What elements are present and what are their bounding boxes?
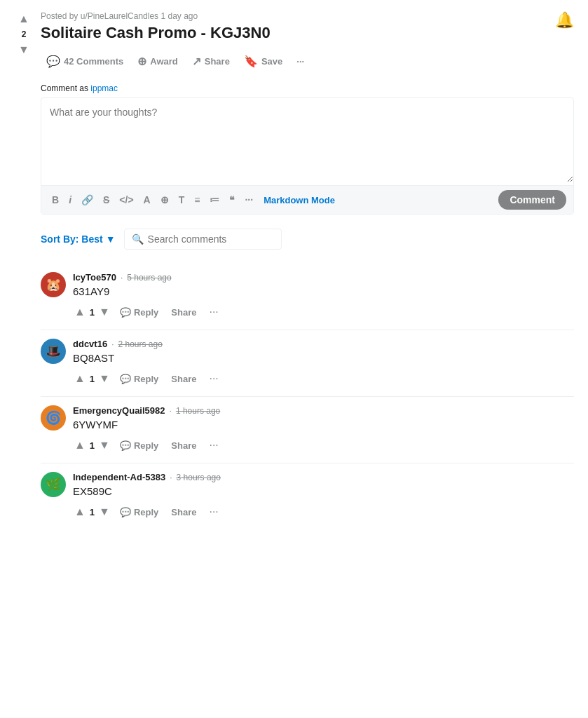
toolbar-list-unordered[interactable]: ≡: [191, 192, 203, 208]
comment-downvote-button[interactable]: ▼: [97, 304, 111, 320]
more-button[interactable]: ···: [291, 52, 310, 71]
comment-upvote-button[interactable]: ▲: [73, 304, 87, 320]
sort-button[interactable]: Sort By: Best ▼: [41, 233, 116, 245]
avatar: 🌀: [41, 405, 66, 431]
comment-more-button[interactable]: ···: [205, 303, 222, 321]
comment-upvote-button[interactable]: ▲: [73, 504, 87, 520]
save-button[interactable]: 🔖 Save: [238, 50, 288, 72]
comment-share-button[interactable]: Share: [167, 304, 200, 320]
comment-time: 3 hours ago: [177, 473, 221, 482]
comment-share-label: Share: [171, 307, 196, 318]
comment-body: ddcvt16 · 2 hours ago BQ8AST ▲ 1 ▼ 💬 Rep…: [73, 339, 574, 388]
comment-share-label: Share: [171, 440, 196, 451]
comment-downvote-button[interactable]: ▼: [97, 438, 111, 453]
award-button[interactable]: ⊕ Award: [132, 50, 184, 72]
upvote-button[interactable]: ▲: [17, 11, 31, 27]
comment-time: 1 hours ago: [176, 406, 220, 416]
reply-button[interactable]: 💬 Reply: [116, 371, 163, 387]
toolbar-font[interactable]: A: [140, 192, 154, 208]
comment-text: BQ8AST: [73, 352, 574, 364]
vote-count: 2: [22, 29, 27, 39]
comment-vote-count: 1: [90, 507, 95, 517]
toolbar-quote[interactable]: ❝: [226, 192, 238, 208]
comment-item: 🌀 EmergencyQuail5982 · 1 hours ago 6YWYM…: [41, 397, 574, 463]
post-title: Solitaire Cash Promo - KGJ3N0: [41, 24, 574, 42]
comment-more-button[interactable]: ···: [205, 436, 222, 454]
save-label: Save: [261, 56, 282, 67]
share-icon: ↗: [192, 55, 201, 68]
comment-icon: 💬: [46, 55, 60, 68]
post-content: Posted by u/PineLaurelCandles 1 day ago …: [41, 11, 574, 529]
comment-upvote-button[interactable]: ▲: [73, 371, 87, 386]
comment-upvote-button[interactable]: ▲: [73, 438, 87, 453]
comment-text: EX589C: [73, 485, 574, 497]
post-header: ▲ 2 ▼ Posted by u/PineLaurelCandles 1 da…: [14, 11, 574, 529]
comment-downvote-button[interactable]: ▼: [97, 371, 111, 386]
notification-bell[interactable]: 🔔: [555, 11, 574, 29]
comment-vote-count: 1: [90, 374, 95, 384]
comment-share-button[interactable]: Share: [167, 504, 200, 520]
comment-body: Independent-Ad-5383 · 3 hours ago EX589C…: [73, 472, 574, 521]
comment-separator: ·: [170, 473, 172, 482]
downvote-button[interactable]: ▼: [17, 42, 31, 57]
reply-button[interactable]: 💬 Reply: [116, 304, 163, 320]
reply-label: Reply: [134, 374, 158, 384]
vote-inline: ▲ 1 ▼: [73, 438, 111, 453]
comment-separator: ·: [170, 406, 172, 416]
reply-label: Reply: [134, 307, 158, 318]
comment-separator: ·: [121, 273, 123, 283]
toolbar-italic[interactable]: i: [65, 192, 75, 208]
reply-icon: 💬: [120, 507, 131, 517]
reply-button[interactable]: 💬 Reply: [116, 438, 163, 454]
reply-icon: 💬: [120, 374, 131, 384]
toolbar-code[interactable]: </>: [116, 192, 137, 208]
comment-time: 5 hours ago: [127, 273, 171, 283]
comment-text: 631AY9: [73, 285, 574, 297]
toolbar-link[interactable]: 🔗: [78, 192, 97, 208]
comments-list: 🐹 IcyToe570 · 5 hours ago 631AY9 ▲ 1 ▼: [41, 264, 574, 529]
share-button[interactable]: ↗ Share: [186, 50, 235, 72]
share-label: Share: [205, 56, 230, 67]
comment-author-line: ddcvt16 · 2 hours ago: [73, 339, 574, 349]
comment-submit-button[interactable]: Comment: [498, 190, 566, 210]
comment-author-line: IcyToe570 · 5 hours ago: [73, 272, 574, 283]
comment-share-button[interactable]: Share: [167, 438, 200, 454]
comment-share-label: Share: [171, 507, 196, 517]
reply-icon: 💬: [120, 307, 131, 318]
comment-downvote-button[interactable]: ▼: [97, 504, 111, 520]
sort-chevron-icon: ▼: [106, 233, 116, 245]
save-icon: 🔖: [244, 55, 258, 68]
award-label: Award: [150, 56, 178, 67]
vote-column: ▲ 2 ▼: [14, 11, 34, 57]
reply-button[interactable]: 💬 Reply: [116, 504, 163, 520]
upvote-icon: ▲: [18, 13, 29, 25]
comment-share-label: Share: [171, 374, 196, 384]
sort-label: Sort By: Best: [41, 233, 103, 245]
comment-actions: ▲ 1 ▼ 💬 Reply Share ···: [73, 370, 574, 388]
comment-share-button[interactable]: Share: [167, 371, 200, 387]
comment-more-button[interactable]: ···: [205, 503, 222, 521]
toolbar-list-ordered[interactable]: ≔: [206, 192, 223, 208]
comment-actions: ▲ 1 ▼ 💬 Reply Share ···: [73, 503, 574, 521]
comment-textarea[interactable]: [41, 98, 573, 182]
comment-body: IcyToe570 · 5 hours ago 631AY9 ▲ 1 ▼ 💬 R…: [73, 272, 574, 321]
search-input[interactable]: [148, 233, 274, 245]
comment-time: 2 hours ago: [118, 339, 162, 349]
more-icon: ···: [296, 56, 304, 67]
comment-more-button[interactable]: ···: [205, 370, 222, 388]
reply-label: Reply: [134, 440, 158, 451]
comment-username[interactable]: ippmac: [90, 83, 118, 93]
toolbar-bold[interactable]: B: [48, 192, 62, 208]
comments-button[interactable]: 💬 42 Comments: [41, 50, 129, 72]
comment-actions: ▲ 1 ▼ 💬 Reply Share ···: [73, 436, 574, 454]
comment-author-line: EmergencyQuail5982 · 1 hours ago: [73, 405, 574, 416]
toolbar-alert[interactable]: ⊕: [157, 192, 172, 208]
comment-textarea-wrapper: B i 🔗 S </> A ⊕ T ≡ ≔ ❝ ··· Markdown Mod…: [41, 97, 574, 215]
reply-icon: 💬: [120, 440, 131, 451]
markdown-mode-button[interactable]: Markdown Mode: [259, 192, 339, 208]
comment-item: 🐹 IcyToe570 · 5 hours ago 631AY9 ▲ 1 ▼: [41, 264, 574, 330]
toolbar-more[interactable]: ···: [241, 192, 257, 208]
comment-author: ddcvt16: [73, 339, 107, 349]
toolbar-heading[interactable]: T: [175, 192, 189, 208]
toolbar-strikethrough[interactable]: S: [100, 192, 113, 208]
